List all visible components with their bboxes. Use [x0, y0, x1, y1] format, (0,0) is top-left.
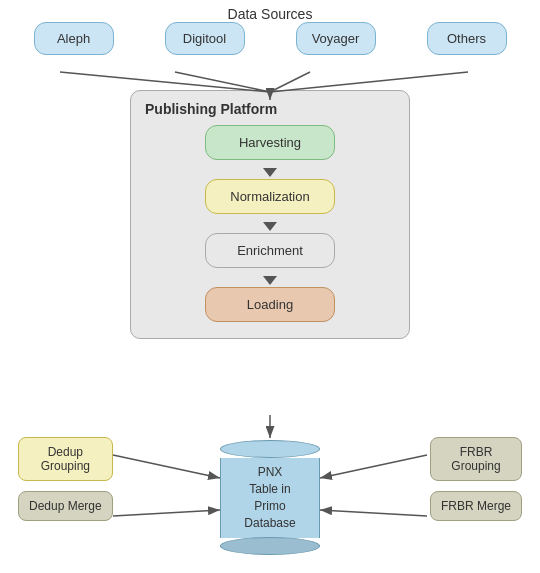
svg-line-7 — [113, 455, 220, 478]
diagram-container: Data Sources Aleph Digitool Voyager Othe… — [0, 0, 540, 573]
cylinder-top — [220, 440, 320, 458]
step-enrichment: Enrichment — [205, 233, 335, 268]
source-voyager: Voyager — [296, 22, 376, 55]
step-normalization: Normalization — [205, 179, 335, 214]
arrow-harvesting-normalization — [263, 168, 277, 177]
cylinder-bottom — [220, 537, 320, 555]
data-sources-label: Data Sources — [228, 6, 313, 22]
source-boxes: Aleph Digitool Voyager Others — [8, 22, 532, 55]
publishing-platform-label: Publishing Platform — [145, 101, 277, 117]
cylinder-body: PNXTable inPrimoDatabase — [220, 458, 320, 538]
frbr-merge-box: FRBR Merge — [430, 491, 522, 521]
svg-line-10 — [320, 510, 427, 516]
source-aleph: Aleph — [34, 22, 114, 55]
dedup-merge-box: Dedup Merge — [18, 491, 113, 521]
publishing-platform: Publishing Platform Harvesting Normaliza… — [130, 90, 410, 339]
arrow-enrichment-loading — [263, 276, 277, 285]
step-harvesting: Harvesting — [205, 125, 335, 160]
pnx-cylinder: PNXTable inPrimoDatabase — [220, 440, 320, 555]
dedup-grouping-box: DedupGrouping — [18, 437, 113, 481]
svg-line-9 — [320, 455, 427, 478]
svg-line-4 — [270, 72, 468, 92]
arrow-normalization-enrichment — [263, 222, 277, 231]
svg-line-1 — [60, 72, 270, 92]
step-loading: Loading — [205, 287, 335, 322]
source-others: Others — [427, 22, 507, 55]
svg-line-8 — [113, 510, 220, 516]
left-boxes: DedupGrouping Dedup Merge — [18, 437, 113, 521]
source-digitool: Digitool — [165, 22, 245, 55]
svg-line-3 — [270, 72, 310, 92]
frbr-grouping-box: FRBRGrouping — [430, 437, 522, 481]
svg-line-2 — [175, 72, 270, 92]
right-boxes: FRBRGrouping FRBR Merge — [430, 437, 522, 521]
